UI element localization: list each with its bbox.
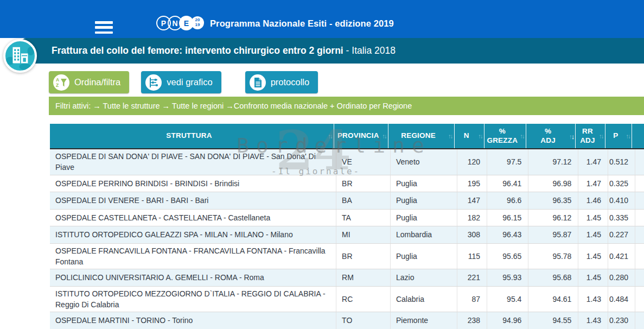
pne-logo-circles: P N E 2019	[156, 16, 204, 30]
hospital-globe-icon	[3, 39, 37, 73]
cell-regione: Lazio	[391, 269, 457, 286]
cell-overflow	[635, 210, 644, 226]
active-filters-text: Filtri attivi: → Tutte le strutture → Tu…	[55, 102, 412, 110]
sort-arrows-icon: ↑↓	[328, 133, 332, 140]
column-header-rr_adj[interactable]: RR ADJ↑↓	[576, 124, 605, 148]
view-chart-button[interactable]: vedi grafico	[141, 71, 221, 93]
table-row: OSPEDALE MARTINI - TORINO - TorinoTOPiem…	[50, 312, 644, 329]
cell-n: 221	[457, 269, 488, 286]
column-header-n[interactable]: N↑↓	[455, 124, 484, 148]
table-row: OSPEDALE DI VENERE - BARI - BARI - BariB…	[50, 192, 644, 210]
cell-n: 120	[457, 149, 488, 175]
cell-regione: Veneto	[391, 149, 457, 175]
sort-arrows-icon: ↑↓	[599, 133, 603, 140]
cell-pct_adj: 94.61	[528, 287, 578, 312]
cell-pct_grezza: 96.15	[487, 210, 528, 226]
cell-p: 0.280	[608, 269, 635, 286]
cell-pct_adj: 95.68	[528, 269, 578, 286]
column-header-struttura[interactable]: STRUTTURA↑↓	[50, 124, 334, 148]
sort-filter-button[interactable]: A Z Ordina/filtra	[49, 71, 129, 93]
protocol-button[interactable]: protocollo	[245, 71, 318, 93]
page-title: Frattura del collo del femore: intervent…	[52, 45, 396, 56]
column-header-p[interactable]: P↑↓	[605, 124, 632, 148]
cell-rr_adj: 1.45	[578, 244, 608, 269]
cell-pct_adj: 95.87	[528, 226, 578, 243]
cell-n: 87	[457, 287, 488, 312]
cell-pct_adj: 96.98	[528, 175, 578, 192]
cell-struttura: ISTITUTO ORTOPEDICO MEZZOGIORNO D`ITALIA…	[50, 287, 336, 312]
cell-pct_grezza: 95.4	[487, 287, 528, 312]
page-title-main: Frattura del collo del femore: intervent…	[52, 45, 343, 56]
cell-regione: Puglia	[391, 210, 457, 226]
cell-regione: Puglia	[391, 175, 457, 192]
cell-n: 182	[457, 210, 488, 226]
cell-regione: Calabria	[391, 287, 457, 312]
toolbar: A Z Ordina/filtra vedi grafico	[49, 71, 318, 93]
cell-n: 147	[457, 192, 488, 209]
column-header-pct_adj[interactable]: % ADJ↑↓	[526, 124, 576, 148]
cell-provincia: VE	[336, 149, 391, 175]
protocol-label: protocollo	[271, 77, 310, 87]
document-icon	[250, 74, 266, 91]
cell-rr_adj: 1.47	[578, 149, 608, 175]
cell-pct_grezza: 96.41	[487, 175, 528, 192]
cell-pct_adj: 95.78	[528, 244, 578, 269]
cell-struttura: OSPEDALE DI VENERE - BARI - BARI - Bari	[50, 192, 336, 209]
cell-p: 0.230	[608, 312, 635, 329]
cell-struttura: OSPEDALE FRANCAVILLA FONTANA - FRANCAVIL…	[50, 244, 336, 269]
cell-pct_grezza: 96.6	[487, 192, 528, 209]
cell-overflow	[635, 312, 644, 329]
cell-pct_grezza: 95.65	[487, 244, 528, 269]
cell-struttura: ISTITUTO ORTOPEDICO GALEAZZI SPA - MILAN…	[50, 226, 336, 243]
cell-n: 115	[457, 244, 488, 269]
cell-pct_adj: 96.12	[528, 210, 578, 226]
sort-arrows-icon: ↑↓	[569, 132, 573, 140]
cell-overflow	[635, 192, 644, 209]
pne-logo[interactable]: P N E 2019 Programma Nazionale Esiti - e…	[156, 16, 394, 30]
svg-text:Z: Z	[56, 83, 59, 88]
page-title-suffix: - Italia 2018	[343, 45, 396, 56]
logo-circle-year: 2019	[191, 16, 204, 29]
column-header-pct_grezza[interactable]: % GREZZA↑↓	[484, 124, 526, 148]
cell-struttura: OSPEDALE PERRINO BRINDISI - BRINDISI - B…	[50, 175, 336, 192]
table-header-row: STRUTTURA↑↓PROVINCIA↑↓REGIONE↑↓N↑↓% GREZ…	[50, 124, 644, 149]
cell-provincia: RC	[336, 287, 391, 312]
cell-rr_adj: 1.43	[578, 287, 608, 312]
cell-overflow	[635, 244, 644, 269]
cell-n: 308	[457, 226, 488, 243]
sort-arrows-icon: ↑↓	[478, 133, 482, 140]
cell-p: 0.227	[608, 226, 635, 243]
cell-rr_adj: 1.47	[578, 175, 608, 192]
cell-p: 0.410	[608, 192, 635, 209]
cell-rr_adj: 1.45	[578, 269, 608, 286]
results-table: STRUTTURA↑↓PROVINCIA↑↓REGIONE↑↓N↑↓% GREZ…	[50, 124, 644, 329]
cell-provincia: BA	[336, 192, 391, 209]
cell-rr_adj: 1.45	[578, 210, 608, 226]
cell-pct_adj: 96.35	[528, 192, 578, 209]
sort-arrows-icon: ↑↓	[520, 133, 524, 140]
table-row: OSPEDALE DI SAN DONA' DI PIAVE - SAN DON…	[50, 149, 644, 175]
cell-pct_grezza: 96.43	[487, 226, 528, 243]
column-header-regione[interactable]: REGIONE↑↓	[388, 124, 455, 148]
column-header-provincia[interactable]: PROVINCIA↑↓	[334, 124, 388, 148]
cell-overflow	[635, 287, 644, 312]
cell-regione: Piemonte	[391, 312, 457, 329]
sort-filter-label: Ordina/filtra	[74, 77, 120, 87]
cell-overflow	[635, 175, 644, 192]
top-navigation-bar: P N E 2019 Programma Nazionale Esiti - e…	[0, 0, 644, 38]
cell-struttura: OSPEDALE CASTELLANETA - CASTELLANETA - C…	[50, 210, 336, 226]
sort-arrows-icon: ↑↓	[382, 133, 386, 140]
cell-struttura: POLICLINICO UNIVERSITARIO A. GEMELLI - R…	[50, 269, 336, 286]
cell-pct_grezza: 97.5	[487, 149, 528, 175]
table-row: OSPEDALE CASTELLANETA - CASTELLANETA - C…	[50, 210, 644, 227]
table-body: OSPEDALE DI SAN DONA' DI PIAVE - SAN DON…	[50, 149, 644, 329]
cell-provincia: RM	[336, 269, 391, 286]
forest-plot-icon	[145, 74, 162, 91]
cell-provincia: TA	[336, 210, 391, 226]
cell-p: 0.512	[608, 149, 635, 175]
table-row: ISTITUTO ORTOPEDICO MEZZOGIORNO D`ITALIA…	[50, 287, 644, 313]
table-row: POLICLINICO UNIVERSITARIO A. GEMELLI - R…	[50, 269, 644, 287]
hamburger-menu-icon[interactable]	[95, 21, 113, 34]
cell-overflow	[635, 269, 644, 286]
cell-rr_adj: 1.45	[578, 226, 608, 243]
